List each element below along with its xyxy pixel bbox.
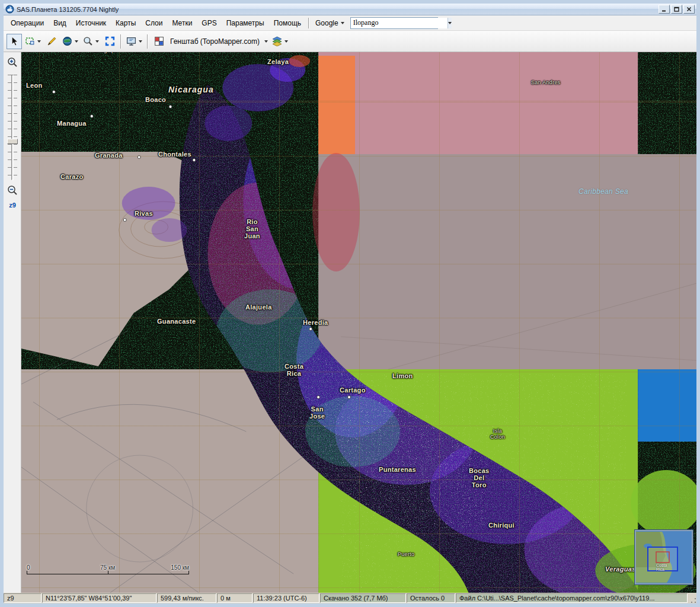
close-button[interactable] bbox=[683, 5, 695, 14]
statusbar: z9 N11°23'57,85" W84°51'00,39" 599,43 м/… bbox=[4, 593, 696, 603]
map-label: Leon bbox=[26, 82, 42, 89]
status-cache-file: Файл C:\Uti...\SAS_Planet\cache\topomapp… bbox=[456, 593, 688, 603]
map-canvas bbox=[21, 52, 696, 593]
fill-map-button[interactable] bbox=[151, 34, 167, 49]
dropdown-arrow-icon bbox=[341, 22, 344, 24]
status-time: 11:39:23 (UTC-6) bbox=[253, 593, 319, 603]
menu-source[interactable]: Источник bbox=[71, 17, 111, 30]
dropdown-arrow-icon bbox=[285, 40, 288, 43]
selection-tool-button[interactable] bbox=[23, 34, 43, 49]
zoom-out-button[interactable] bbox=[6, 184, 19, 197]
map-label: Veraguas bbox=[605, 566, 636, 573]
zoom-slider-track bbox=[11, 75, 14, 180]
minimap-canvas bbox=[636, 531, 692, 583]
map-label: Guanacaste bbox=[157, 318, 196, 325]
resize-grip[interactable] bbox=[688, 593, 696, 603]
close-icon bbox=[686, 7, 692, 12]
dropdown-arrow-icon bbox=[37, 40, 41, 43]
go-to-tool-button[interactable] bbox=[60, 34, 80, 49]
map-source-selector[interactable]: Генштаб (TopoMapper.com) bbox=[167, 34, 270, 49]
menu-settings[interactable]: Параметры bbox=[222, 17, 269, 30]
map-label: Costa Rica bbox=[285, 363, 303, 377]
overview-minimap[interactable]: Costa Rica bbox=[635, 530, 693, 584]
menu-separator bbox=[308, 18, 309, 28]
scale-zero-label: 0 bbox=[27, 564, 30, 571]
map-label: Cartago bbox=[340, 386, 366, 394]
map-label: Bocas Del Toro bbox=[469, 467, 490, 488]
search-input[interactable] bbox=[351, 18, 448, 28]
dropdown-arrow-icon bbox=[75, 40, 78, 43]
status-downloaded: Скачано 352 (7,7 Мб) bbox=[320, 593, 406, 603]
status-coordinates: N11°23'57,85" W84°51'00,39" bbox=[42, 593, 156, 603]
map-label: Alajuela bbox=[245, 304, 272, 311]
monitor-icon bbox=[126, 36, 136, 46]
search-dropdown-button[interactable] bbox=[448, 18, 452, 28]
pencil-icon bbox=[47, 36, 57, 46]
map-label: Rivas bbox=[135, 210, 153, 217]
zoom-tool-button[interactable] bbox=[81, 34, 101, 49]
cursor-tool-button[interactable] bbox=[7, 34, 22, 49]
content-area: z9 bbox=[4, 52, 696, 593]
map-label: Nicaragua bbox=[168, 85, 214, 94]
selection-icon bbox=[25, 36, 35, 46]
map-label: Boaco bbox=[145, 96, 166, 103]
minimap-label: Costa Rica bbox=[656, 563, 667, 571]
cursor-icon bbox=[9, 36, 20, 46]
maximize-button[interactable] bbox=[671, 5, 682, 14]
minimize-button[interactable] bbox=[659, 5, 670, 14]
dropdown-arrow-icon bbox=[264, 40, 268, 43]
search-provider-button[interactable]: Google bbox=[312, 17, 348, 29]
map-label: Chontales bbox=[158, 151, 191, 158]
zoom-in-button[interactable] bbox=[6, 56, 19, 69]
map-label: Limon bbox=[392, 372, 413, 379]
menu-gps[interactable]: GPS bbox=[197, 17, 221, 30]
dropdown-arrow-icon bbox=[448, 22, 452, 24]
scale-tick bbox=[188, 571, 189, 574]
zoom-in-icon bbox=[7, 57, 18, 68]
measure-tool-button[interactable] bbox=[44, 34, 59, 49]
fullscreen-button[interactable] bbox=[102, 34, 117, 49]
layers-icon bbox=[272, 36, 282, 46]
map-source-label: Генштаб (TopoMapper.com) bbox=[168, 37, 262, 46]
status-remaining: Осталось 0 bbox=[407, 593, 455, 603]
main-toolbar: Генштаб (TopoMapper.com) bbox=[4, 31, 696, 52]
dropdown-arrow-icon bbox=[139, 40, 142, 43]
map-label: Matagalpa bbox=[91, 52, 118, 53]
scale-mid-label: 75 км bbox=[100, 564, 115, 571]
menu-marks[interactable]: Метки bbox=[167, 17, 197, 30]
zoom-slider[interactable] bbox=[8, 75, 17, 180]
toolbar-separator bbox=[147, 34, 148, 49]
search-combo[interactable] bbox=[350, 17, 438, 29]
map-label: Zelaya bbox=[267, 58, 289, 65]
map-label: Puntarenas bbox=[379, 466, 416, 473]
menu-layers[interactable]: Слои bbox=[140, 17, 167, 30]
menu-maps[interactable]: Карты bbox=[111, 17, 140, 30]
layers-button[interactable] bbox=[270, 34, 290, 49]
dropdown-arrow-icon bbox=[95, 40, 99, 43]
toolbar-separator bbox=[120, 34, 122, 49]
zoom-out-icon bbox=[7, 185, 18, 196]
map-label: Chiriqui bbox=[488, 522, 514, 529]
globe-icon bbox=[62, 36, 72, 46]
map-label-sea: Caribbean Sea bbox=[578, 187, 628, 196]
map-label: Granada bbox=[95, 152, 123, 159]
download-manager-button[interactable] bbox=[124, 34, 144, 49]
scale-tick bbox=[108, 571, 108, 574]
map-label: Puerto bbox=[398, 551, 414, 557]
map-label: San Andres bbox=[531, 79, 561, 85]
status-resolution: 599,43 м/пикс. bbox=[157, 593, 216, 603]
menu-view[interactable]: Вид bbox=[49, 17, 71, 30]
menu-operations[interactable]: Операции bbox=[6, 17, 49, 30]
status-elevation: 0 м bbox=[217, 593, 252, 603]
map-label: San Jose bbox=[309, 405, 325, 420]
fullscreen-icon bbox=[105, 36, 115, 46]
menu-help[interactable]: Помощь bbox=[269, 17, 306, 30]
titlebar[interactable]: SAS.Планета 131205.7704 Nightly bbox=[4, 4, 696, 15]
map-viewport[interactable]: Matagalpa Zelaya Leon Nicaragua Boaco Ma… bbox=[21, 52, 696, 593]
search-provider-label: Google bbox=[315, 19, 338, 27]
map-label: Rio San Juan bbox=[244, 218, 260, 239]
zoom-slider-handle[interactable] bbox=[7, 139, 18, 144]
zoom-level-label: z9 bbox=[4, 202, 21, 209]
map-label: Isla Colon bbox=[490, 428, 505, 440]
maximize-icon bbox=[674, 7, 679, 12]
